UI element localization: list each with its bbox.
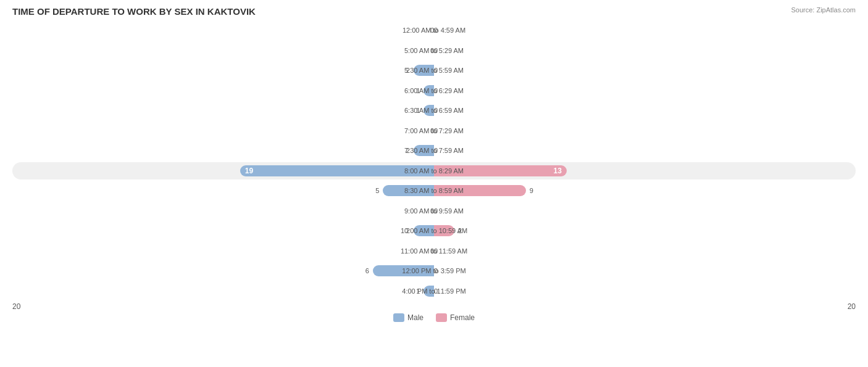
- axis-bottom-row: 20 20: [12, 302, 856, 311]
- bar-row: 0 5:00 AM to 5:29 AM 0: [12, 42, 856, 59]
- chart-area: 0 12:00 AM to 4:59 AM 0 0 5:00 AM to 5:2…: [12, 20, 856, 320]
- male-value-inside: 19: [245, 167, 253, 175]
- bar-row: 19 8:00 AM to 8:29 AM 13: [12, 162, 856, 179]
- right-side: 0: [434, 202, 856, 220]
- legend-male: Male: [393, 313, 424, 322]
- male-value: 6: [365, 267, 369, 274]
- male-bar: [424, 105, 434, 116]
- legend-female: Female: [436, 313, 475, 322]
- female-value: 0: [434, 87, 438, 94]
- male-value: 2: [406, 67, 410, 74]
- left-side: 2: [12, 62, 434, 79]
- legend-female-color: [436, 313, 447, 322]
- female-value: 2: [458, 227, 462, 234]
- left-side: 19: [12, 162, 434, 179]
- right-side: 9: [434, 182, 856, 199]
- right-side: 0: [434, 242, 856, 260]
- bar-row: 5 8:30 AM to 8:59 AM 9: [12, 182, 856, 199]
- chart-title: TIME OF DEPARTURE TO WORK BY SEX IN KAKT…: [12, 6, 856, 17]
- bar-row: 0 9:00 AM to 9:59 AM 0: [12, 202, 856, 220]
- right-side: 0: [434, 102, 856, 119]
- left-side: 1: [12, 102, 434, 119]
- right-side: 0: [434, 122, 856, 139]
- right-side: 0: [434, 42, 856, 59]
- left-side: 5: [12, 182, 434, 199]
- bar-row: 1 6:30 AM to 6:59 AM 0: [12, 102, 856, 119]
- axis-right-label: 20: [848, 302, 856, 311]
- right-side: 0: [434, 282, 856, 300]
- right-side: 2: [434, 222, 856, 239]
- female-value: 0: [434, 267, 438, 274]
- left-side: 0: [12, 202, 434, 220]
- left-side: 1: [12, 282, 434, 300]
- female-value: 0: [434, 127, 438, 134]
- female-value: 9: [530, 187, 533, 194]
- bar-row: 0 11:00 AM to 11:59 AM 0: [12, 242, 856, 260]
- legend-male-label: Male: [407, 313, 424, 322]
- bar-row: 6 12:00 PM to 3:59 PM 0: [12, 262, 856, 279]
- female-bar: [434, 185, 526, 196]
- right-side: 0: [434, 22, 856, 39]
- right-side: 0: [434, 82, 856, 99]
- left-side: 1: [12, 82, 434, 99]
- female-bar: 13: [434, 165, 567, 176]
- female-value: 0: [434, 27, 438, 34]
- female-value: 0: [434, 147, 438, 154]
- male-bar: [414, 225, 434, 236]
- male-bar: [414, 65, 434, 76]
- rows-wrapper: 0 12:00 AM to 4:59 AM 0 0 5:00 AM to 5:2…: [12, 20, 856, 301]
- left-side: 0: [12, 242, 434, 260]
- male-value: 1: [416, 107, 420, 114]
- male-bar: [383, 185, 434, 196]
- bar-row: 1 4:00 PM to 11:59 PM 0: [12, 282, 856, 300]
- right-side: 0: [434, 62, 856, 79]
- female-bar: [434, 225, 454, 236]
- left-side: 2: [12, 222, 434, 239]
- left-side: 0: [12, 22, 434, 39]
- left-side: 2: [12, 142, 434, 159]
- male-value: 1: [416, 87, 420, 94]
- bar-row: 2 7:30 AM to 7:59 AM 0: [12, 142, 856, 159]
- male-bar: [424, 85, 434, 96]
- female-value: 0: [434, 67, 438, 74]
- male-value: 5: [375, 187, 379, 194]
- female-value: 0: [434, 47, 438, 54]
- legend-female-label: Female: [450, 313, 475, 322]
- legend-male-color: [393, 313, 404, 322]
- male-bar: [424, 286, 434, 297]
- female-value-inside: 13: [554, 167, 562, 175]
- axis-left-label: 20: [12, 302, 20, 311]
- chart-container: TIME OF DEPARTURE TO WORK BY SEX IN KAKT…: [0, 0, 868, 367]
- female-value: 0: [434, 207, 438, 215]
- male-bar: 19: [240, 165, 434, 176]
- left-side: 0: [12, 122, 434, 139]
- left-side: 6: [12, 262, 434, 279]
- bar-row: 2 5:30 AM to 5:59 AM 0: [12, 62, 856, 79]
- female-value: 0: [434, 107, 438, 114]
- bar-row: 0 12:00 AM to 4:59 AM 0: [12, 22, 856, 39]
- right-side: 0: [434, 262, 856, 279]
- female-value: 0: [434, 247, 438, 255]
- legend: Male Female: [12, 313, 856, 322]
- female-value: 0: [434, 287, 438, 295]
- male-bar: [373, 265, 434, 276]
- male-value: 1: [416, 287, 420, 295]
- bar-row: 2 10:00 AM to 10:59 AM 2: [12, 222, 856, 239]
- bar-row: 1 6:00 AM to 6:29 AM 0: [12, 82, 856, 99]
- right-side: 13: [434, 162, 856, 179]
- male-bar: [414, 145, 434, 156]
- left-side: 0: [12, 42, 434, 59]
- male-value: 2: [406, 147, 410, 154]
- right-side: 0: [434, 142, 856, 159]
- source-text: Source: ZipAtlas.com: [791, 6, 856, 14]
- male-value: 2: [406, 227, 410, 234]
- bar-row: 0 7:00 AM to 7:29 AM 0: [12, 122, 856, 139]
